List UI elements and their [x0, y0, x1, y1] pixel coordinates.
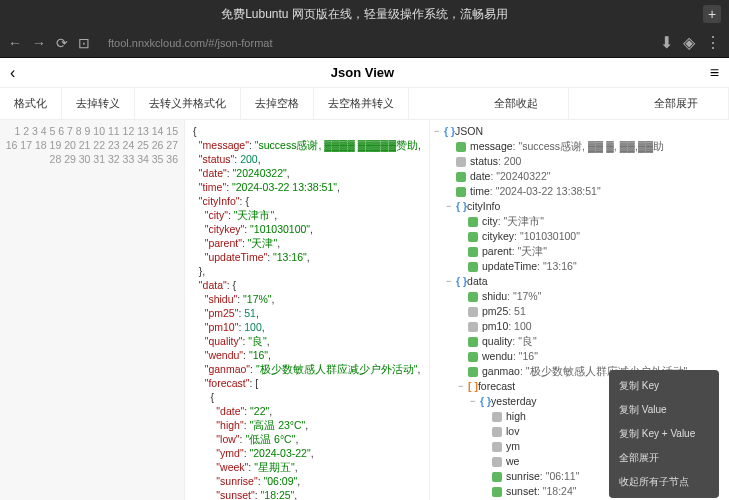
download-icon[interactable]: ⬇	[660, 33, 673, 52]
new-tab-button[interactable]: +	[703, 5, 721, 23]
tree-value: : 51	[508, 304, 526, 319]
header-menu-icon[interactable]: ≡	[710, 64, 719, 82]
tree-key: forecast	[478, 379, 515, 394]
tree-row[interactable]: status : 200	[434, 154, 725, 169]
type-icon	[468, 307, 478, 317]
tree-value: : "success感谢, ▓▓ ▓, ▓▓,▓▓助	[513, 139, 665, 154]
action-bar: 格式化 去掉转义 去转义并格式化 去掉空格 去空格并转义 全部收起 全部展开	[0, 88, 729, 120]
tree-key: date	[470, 169, 490, 184]
type-icon	[456, 157, 466, 167]
tree-row[interactable]: time : "2024-03-22 13:38:51"	[434, 184, 725, 199]
tree-value: : "101030100"	[514, 229, 580, 244]
tree-row[interactable]: −{ } JSON	[434, 124, 725, 139]
url-bar[interactable]: ftool.nnxkcloud.com/#/json-format	[100, 37, 650, 49]
tree-toggle[interactable]: −	[434, 124, 444, 139]
tree-value: : "16"	[513, 349, 538, 364]
type-icon	[456, 187, 466, 197]
tree-row[interactable]: city : "天津市"	[434, 214, 725, 229]
tree-toggle[interactable]: −	[446, 274, 456, 289]
tree-row[interactable]: pm25 : 51	[434, 304, 725, 319]
tree-toggle[interactable]: −	[458, 379, 468, 394]
tree-value: : "13:16"	[537, 259, 577, 274]
type-icon	[456, 172, 466, 182]
tree-value: : "天津"	[512, 244, 547, 259]
app-content: ‹ Json View ≡ 格式化 去掉转义 去转义并格式化 去掉空格 去空格并…	[0, 58, 729, 500]
tree-row[interactable]: date : "20240322"	[434, 169, 725, 184]
tree-key: we	[506, 454, 519, 469]
tree-row[interactable]: −{ } data	[434, 274, 725, 289]
tree-row[interactable]: pm10 : 100	[434, 319, 725, 334]
tree-row[interactable]: shidu : "17%"	[434, 289, 725, 304]
tree-toggle[interactable]: −	[470, 394, 480, 409]
tree-key: yesterday	[491, 394, 537, 409]
unescape-button[interactable]: 去掉转义	[62, 88, 135, 119]
tree-row[interactable]: quality : "良"	[434, 334, 725, 349]
type-icon	[468, 352, 478, 362]
type-icon	[468, 217, 478, 227]
type-icon	[456, 142, 466, 152]
shield-icon[interactable]: ◈	[683, 33, 695, 52]
line-gutter: 1 2 3 4 5 6 7 8 9 10 11 12 13 14 15 16 1…	[0, 120, 185, 500]
ctx-copy-key[interactable]: 复制 Key	[609, 374, 719, 398]
tree-row[interactable]: updateTime : "13:16"	[434, 259, 725, 274]
tab-title: 免费Lubuntu 网页版在线，轻量级操作系统，流畅易用	[221, 6, 508, 23]
reload-button[interactable]: ⟳	[56, 35, 68, 51]
tree-value: : 200	[498, 154, 521, 169]
tree-row[interactable]: wendu : "16"	[434, 349, 725, 364]
tree-key: sunset	[506, 484, 537, 499]
lock-icon: ⊡	[78, 35, 90, 51]
main-panes: 1 2 3 4 5 6 7 8 9 10 11 12 13 14 15 16 1…	[0, 120, 729, 500]
tree-toggle[interactable]: −	[446, 199, 456, 214]
type-icon	[468, 337, 478, 347]
tree-key: pm25	[482, 304, 508, 319]
format-button[interactable]: 格式化	[0, 88, 62, 119]
back-button[interactable]: ←	[8, 35, 22, 51]
tree-row[interactable]: −{ } cityInfo	[434, 199, 725, 214]
tree-value: : "06:11"	[540, 469, 580, 484]
type-icon	[468, 247, 478, 257]
type-icon	[468, 262, 478, 272]
object-icon: { }	[456, 199, 467, 214]
type-icon	[468, 232, 478, 242]
tree-key: city	[482, 214, 498, 229]
tree-value: : "天津市"	[498, 214, 544, 229]
collapse-all-button[interactable]: 全部收起	[464, 88, 569, 119]
object-icon: { }	[480, 394, 491, 409]
code-body[interactable]: { "message": "success感谢, ▓▓▓▓ ▓▓▓▓▓赞助, "…	[185, 120, 429, 500]
menu-icon[interactable]: ⋮	[705, 33, 721, 52]
tree-key: time	[470, 184, 490, 199]
type-icon	[492, 412, 502, 422]
tree-key: high	[506, 409, 526, 424]
ctx-copy-value[interactable]: 复制 Value	[609, 398, 719, 422]
unescape-format-button[interactable]: 去转义并格式化	[135, 88, 241, 119]
context-menu: 复制 Key 复制 Value 复制 Key + Value 全部展开 收起所有…	[609, 370, 719, 498]
tree-key: cityInfo	[467, 199, 500, 214]
type-icon	[492, 442, 502, 452]
tree-row[interactable]: parent : "天津"	[434, 244, 725, 259]
code-editor[interactable]: 1 2 3 4 5 6 7 8 9 10 11 12 13 14 15 16 1…	[0, 120, 429, 500]
type-icon	[492, 487, 502, 497]
page-title: Json View	[15, 65, 709, 80]
ctx-copy-kv[interactable]: 复制 Key + Value	[609, 422, 719, 446]
tree-row[interactable]: citykey : "101030100"	[434, 229, 725, 244]
tree-row[interactable]: message : "success感谢, ▓▓ ▓, ▓▓,▓▓助	[434, 139, 725, 154]
tree-key: JSON	[455, 124, 483, 139]
object-icon: { }	[456, 274, 467, 289]
tree-key: message	[470, 139, 513, 154]
tree-key: citykey	[482, 229, 514, 244]
trim-space-button[interactable]: 去掉空格	[241, 88, 314, 119]
ctx-collapse-children[interactable]: 收起所有子节点	[609, 470, 719, 494]
tree-key: ym	[506, 439, 520, 454]
tree-key: quality	[482, 334, 512, 349]
tree-key: sunrise	[506, 469, 540, 484]
expand-all-button[interactable]: 全部展开	[624, 88, 729, 119]
tree-key: status	[470, 154, 498, 169]
ctx-expand-all[interactable]: 全部展开	[609, 446, 719, 470]
tree-value: : "20240322"	[490, 169, 550, 184]
array-icon: [ ]	[468, 379, 478, 394]
object-icon: { }	[444, 124, 455, 139]
trim-space-unescape-button[interactable]: 去空格并转义	[314, 88, 409, 119]
json-tree[interactable]: −{ } JSONmessage : "success感谢, ▓▓ ▓, ▓▓,…	[429, 120, 729, 500]
forward-button[interactable]: →	[32, 35, 46, 51]
tree-key: pm10	[482, 319, 508, 334]
